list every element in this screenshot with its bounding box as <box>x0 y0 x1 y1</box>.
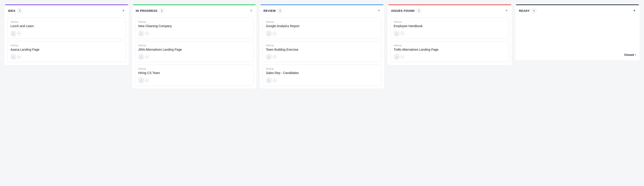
task-card[interactable]: StartupNew Cleaning Company+ <box>135 17 254 39</box>
column-header-idea: IDEA2+ <box>4 4 129 16</box>
add-assignee-button[interactable]: + <box>145 32 149 36</box>
card-title: New Cleaning Company <box>138 24 250 28</box>
card-workspace: Startup <box>138 44 250 47</box>
avatar <box>138 54 144 60</box>
task-card[interactable]: StartupLunch and Learn+ <box>7 17 126 39</box>
card-workspace: Startup <box>10 20 123 23</box>
card-workspace: Startup <box>266 67 378 70</box>
column-header-ready: READY0+ <box>515 4 640 16</box>
column-count: 3 <box>278 8 282 13</box>
avatar <box>10 31 16 36</box>
column-count: 2 <box>17 8 22 13</box>
card-title: Google Analytics Report <box>266 24 378 28</box>
column-count: 3 <box>159 8 164 13</box>
task-card[interactable]: StartupHiring CS Team+ <box>135 64 254 86</box>
add-assignee-button[interactable]: + <box>272 32 276 36</box>
chevron-right-icon: › <box>635 53 636 57</box>
avatar <box>266 31 272 36</box>
column-title: REVIEW <box>264 9 276 12</box>
card-title: Lunch and Learn <box>10 24 123 28</box>
column-idea: IDEA2+StartupLunch and Learn+StartupAsan… <box>4 4 129 65</box>
add-card-button-issues-found[interactable]: + <box>505 9 508 13</box>
avatar <box>266 54 272 60</box>
card-avatar-row: + <box>266 31 378 36</box>
card-workspace: Startup <box>10 44 123 47</box>
avatar <box>394 54 400 60</box>
add-assignee-button[interactable]: + <box>272 79 276 83</box>
card-title: Employee Handbook <box>394 24 506 28</box>
task-card[interactable]: StartupJIRA Alternatives Landing Page+ <box>135 41 254 62</box>
task-card[interactable]: StartupEmployee Handbook+ <box>390 17 509 39</box>
column-review: REVIEW3+StartupGoogle Analytics Report+S… <box>260 4 384 89</box>
column-issues-found: ISSUES FOUND2+StartupEmployee Handbook+S… <box>388 4 512 65</box>
card-avatar-row: + <box>10 31 123 36</box>
task-card[interactable]: StartupSales Rep - Candidates+ <box>262 64 382 86</box>
avatar <box>138 31 144 36</box>
add-assignee-button[interactable]: + <box>400 55 404 59</box>
task-card[interactable]: StartupAsana Landing Page+ <box>7 41 126 62</box>
card-avatar-row: + <box>138 78 250 83</box>
card-workspace: Startup <box>394 44 506 47</box>
card-avatar-row: + <box>10 54 123 60</box>
column-body-review: StartupGoogle Analytics Report+StartupTe… <box>260 16 384 89</box>
column-title: IDEA <box>8 9 16 12</box>
avatar <box>138 78 144 83</box>
add-assignee-button[interactable]: + <box>145 55 149 59</box>
column-ready: READY0+Closed› <box>515 4 640 60</box>
column-body-idea: StartupLunch and Learn+StartupAsana Land… <box>4 16 129 65</box>
card-workspace: Startup <box>266 20 378 23</box>
card-title: Trello Alternatives Landing Page <box>394 48 506 52</box>
add-card-button-ready[interactable]: + <box>633 9 636 13</box>
column-header-in-progress: IN PROGRESS3+ <box>132 4 256 16</box>
card-workspace: Startup <box>138 20 250 23</box>
card-title: Sales Rep - Candidates <box>266 71 378 75</box>
column-body-in-progress: StartupNew Cleaning Company+StartupJIRA … <box>132 16 256 89</box>
column-body-ready: Closed› <box>515 16 640 60</box>
add-card-button-review[interactable]: + <box>377 9 380 13</box>
card-avatar-row: + <box>394 54 506 60</box>
column-title: ISSUES FOUND <box>391 9 415 12</box>
kanban-board: IDEA2+StartupLunch and Learn+StartupAsan… <box>4 4 640 89</box>
column-header-issues-found: ISSUES FOUND2+ <box>388 4 512 16</box>
card-workspace: Startup <box>138 67 250 70</box>
column-header-review: REVIEW3+ <box>260 4 384 16</box>
avatar <box>10 54 16 60</box>
closed-label: Closed <box>624 53 634 56</box>
column-title: IN PROGRESS <box>136 9 158 12</box>
add-assignee-button[interactable]: + <box>17 32 21 36</box>
task-card[interactable]: StartupTrello Alternatives Landing Page+ <box>390 41 509 62</box>
card-avatar-row: + <box>138 54 250 60</box>
card-avatar-row: + <box>394 31 506 36</box>
card-title: Team Building Exercise <box>266 48 378 52</box>
add-card-button-idea[interactable]: + <box>122 9 125 13</box>
card-title: Hiring CS Team <box>138 71 250 75</box>
card-avatar-row: + <box>266 54 378 60</box>
card-workspace: Startup <box>394 20 506 23</box>
task-card[interactable]: StartupGoogle Analytics Report+ <box>262 17 382 39</box>
add-assignee-button[interactable]: + <box>17 55 21 59</box>
closed-button[interactable]: Closed› <box>624 53 636 57</box>
column-in-progress: IN PROGRESS3+StartupNew Cleaning Company… <box>132 4 256 89</box>
avatar <box>394 31 400 36</box>
column-title: READY <box>519 9 530 12</box>
card-avatar-row: + <box>266 78 378 83</box>
add-assignee-button[interactable]: + <box>400 32 404 36</box>
column-body-issues-found: StartupEmployee Handbook+StartupTrello A… <box>388 16 512 65</box>
card-title: JIRA Alternatives Landing Page <box>138 48 250 52</box>
add-assignee-button[interactable]: + <box>272 55 276 59</box>
card-title: Asana Landing Page <box>10 48 123 52</box>
avatar <box>266 78 272 83</box>
card-avatar-row: + <box>138 31 250 36</box>
column-count: 0 <box>532 8 536 13</box>
card-workspace: Startup <box>266 44 378 47</box>
task-card[interactable]: StartupTeam Building Exercise+ <box>262 41 382 62</box>
add-assignee-button[interactable]: + <box>145 79 149 83</box>
add-card-button-in-progress[interactable]: + <box>250 9 253 13</box>
column-count: 2 <box>416 8 421 13</box>
